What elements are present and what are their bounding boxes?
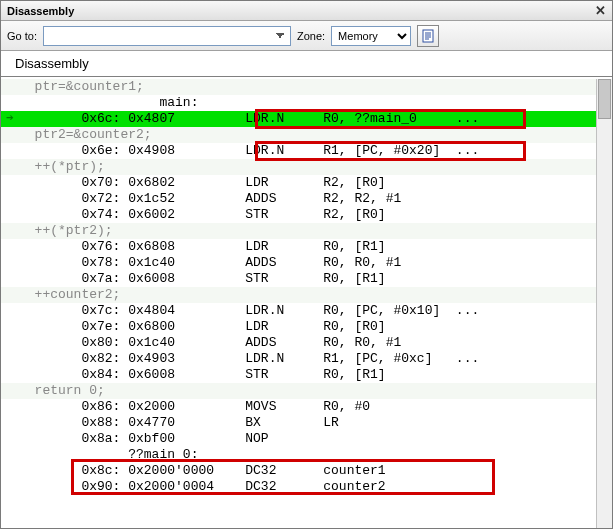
zone-label: Zone: [297, 30, 325, 42]
line-text: 0x74: 0x6002 STR R2, [R0] [19, 207, 596, 223]
toolbar: Go to: Zone: Memory [1, 21, 612, 51]
gutter: ➔ [1, 111, 19, 127]
document-button[interactable] [417, 25, 439, 47]
asm-line[interactable]: 0x6e: 0x4908 LDR.N R1, [PC, #0x20] ... [1, 143, 596, 159]
asm-line[interactable]: 0x7a: 0x6008 STR R0, [R1] [1, 271, 596, 287]
line-text: 0x90: 0x2000'0004 DC32 counter2 [19, 479, 596, 495]
source-line[interactable]: ptr2=&counter2; [1, 127, 596, 143]
line-text: 0x8a: 0xbf00 NOP [19, 431, 596, 447]
label-line[interactable]: ??main_0: [1, 447, 596, 463]
line-text: 0x7e: 0x6800 LDR R0, [R0] [19, 319, 596, 335]
zone-select[interactable]: Memory [331, 26, 411, 46]
asm-line[interactable]: 0x8c: 0x2000'0000 DC32 counter1 [1, 463, 596, 479]
document-icon [422, 29, 434, 43]
asm-line[interactable]: 0x72: 0x1c52 ADDS R2, R2, #1 [1, 191, 596, 207]
line-text: 0x70: 0x6802 LDR R2, [R0] [19, 175, 596, 191]
line-text: 0x8c: 0x2000'0000 DC32 counter1 [19, 463, 596, 479]
window-title: Disassembly [7, 5, 74, 17]
svg-rect-0 [423, 30, 433, 42]
line-text: ++(*ptr); [19, 159, 596, 175]
line-text: ptr=&counter1; [19, 79, 596, 95]
asm-line[interactable]: 0x7e: 0x6800 LDR R0, [R0] [1, 319, 596, 335]
source-line[interactable]: ptr=&counter1; [1, 79, 596, 95]
line-text: ++(*ptr2); [19, 223, 596, 239]
titlebar: Disassembly ✕ [1, 1, 612, 21]
asm-line[interactable]: 0x7c: 0x4804 LDR.N R0, [PC, #0x10] ... [1, 303, 596, 319]
line-text: 0x72: 0x1c52 ADDS R2, R2, #1 [19, 191, 596, 207]
line-text: 0x6c: 0x4807 LDR.N R0, ??main_0 ... [19, 111, 596, 127]
line-text: 0x82: 0x4903 LDR.N R1, [PC, #0xc] ... [19, 351, 596, 367]
line-text: return 0; [19, 383, 596, 399]
asm-line[interactable]: 0x76: 0x6808 LDR R0, [R1] [1, 239, 596, 255]
line-text: 0x7a: 0x6008 STR R0, [R1] [19, 271, 596, 287]
asm-line[interactable]: 0x8a: 0xbf00 NOP [1, 431, 596, 447]
asm-line[interactable]: 0x78: 0x1c40 ADDS R0, R0, #1 [1, 255, 596, 271]
asm-line[interactable]: 0x70: 0x6802 LDR R2, [R0] [1, 175, 596, 191]
line-text: 0x76: 0x6808 LDR R0, [R1] [19, 239, 596, 255]
line-text: 0x6e: 0x4908 LDR.N R1, [PC, #0x20] ... [19, 143, 596, 159]
line-text: 0x7c: 0x4804 LDR.N R0, [PC, #0x10] ... [19, 303, 596, 319]
asm-line[interactable]: 0x90: 0x2000'0004 DC32 counter2 [1, 479, 596, 495]
line-text: 0x78: 0x1c40 ADDS R0, R0, #1 [19, 255, 596, 271]
asm-line[interactable]: 0x80: 0x1c40 ADDS R0, R0, #1 [1, 335, 596, 351]
line-text: ++counter2; [19, 287, 596, 303]
scrollbar-thumb[interactable] [598, 79, 611, 119]
asm-line[interactable]: 0x74: 0x6002 STR R2, [R0] [1, 207, 596, 223]
line-text: 0x80: 0x1c40 ADDS R0, R0, #1 [19, 335, 596, 351]
asm-line[interactable]: ➔ 0x6c: 0x4807 LDR.N R0, ??main_0 ... [1, 111, 596, 127]
goto-input[interactable] [43, 26, 291, 46]
source-line[interactable]: ++(*ptr); [1, 159, 596, 175]
content-area: Disassembly ptr=&counter1; main:➔ 0x6c: … [1, 51, 612, 528]
scroll-area[interactable]: ptr=&counter1; main:➔ 0x6c: 0x4807 LDR.N… [1, 79, 596, 528]
asm-line[interactable]: 0x88: 0x4770 BX LR [1, 415, 596, 431]
source-line[interactable]: ++(*ptr2); [1, 223, 596, 239]
source-line[interactable]: ++counter2; [1, 287, 596, 303]
disassembly-window: Disassembly ✕ Go to: Zone: Memory Disass… [0, 0, 613, 529]
asm-line[interactable]: 0x82: 0x4903 LDR.N R1, [PC, #0xc] ... [1, 351, 596, 367]
vertical-scrollbar[interactable] [596, 79, 612, 528]
line-text: 0x88: 0x4770 BX LR [19, 415, 596, 431]
line-text: main: [19, 95, 596, 111]
asm-line[interactable]: 0x84: 0x6008 STR R0, [R1] [1, 367, 596, 383]
line-text: ??main_0: [19, 447, 596, 463]
close-icon[interactable]: ✕ [592, 3, 608, 19]
content-subheader: Disassembly [1, 51, 612, 77]
line-text: 0x86: 0x2000 MOVS R0, #0 [19, 399, 596, 415]
label-line[interactable]: main: [1, 95, 596, 111]
disassembly-listing: ptr=&counter1; main:➔ 0x6c: 0x4807 LDR.N… [1, 79, 596, 495]
goto-label: Go to: [7, 30, 37, 42]
line-text: 0x84: 0x6008 STR R0, [R1] [19, 367, 596, 383]
line-text: ptr2=&counter2; [19, 127, 596, 143]
source-line[interactable]: return 0; [1, 383, 596, 399]
asm-line[interactable]: 0x86: 0x2000 MOVS R0, #0 [1, 399, 596, 415]
